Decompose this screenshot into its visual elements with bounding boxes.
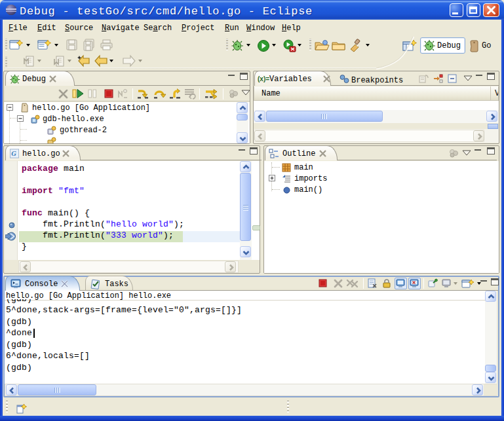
svg-text:(x)=: (x)= xyxy=(258,75,269,82)
svg-text:G: G xyxy=(11,150,16,157)
